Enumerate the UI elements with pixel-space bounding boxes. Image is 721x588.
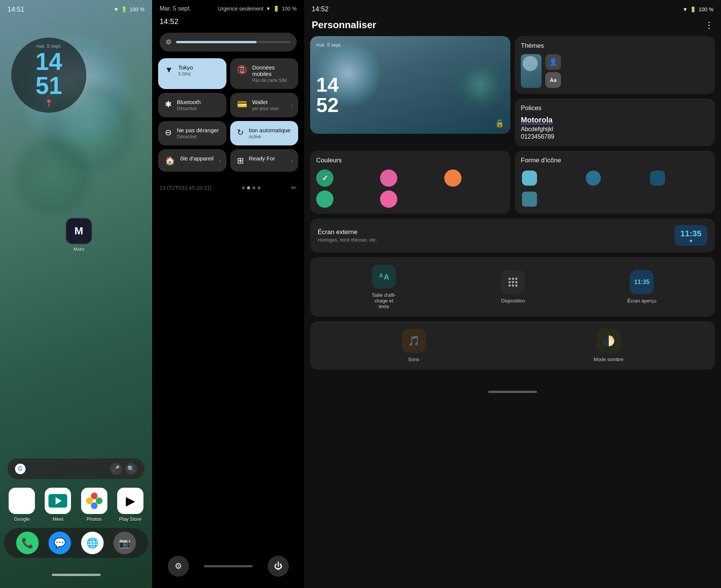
dock-row: 📞 💬 🌐 📷 (4, 528, 148, 558)
svg-point-9 (512, 284, 514, 287)
bluetooth-tile[interactable]: ✱ Bluetooth Désactivé (158, 93, 226, 117)
themes-aa-icon[interactable]: Aa (545, 72, 561, 88)
ready-tile-text: Ready For (249, 155, 275, 162)
pers-battery-icon: 🔋 (690, 6, 696, 12)
dnd-tile-text: Ne pas déranger Désactivé (177, 127, 219, 139)
couleurs-card[interactable]: Couleurs (310, 151, 510, 214)
ready-for-tile[interactable]: ⊞ Ready For › (230, 149, 299, 172)
playstore-triangle-icon: ▶ (126, 494, 134, 508)
qs-power-button[interactable]: ⏻ (268, 556, 289, 577)
lens-icon[interactable]: 🔍 (125, 463, 137, 475)
swatch-hot-pink[interactable] (380, 190, 397, 208)
qs-settings-button[interactable]: ⚙ (168, 556, 189, 577)
forme-square-light[interactable] (521, 190, 538, 208)
sons-tool[interactable]: 🎵 Sons (402, 329, 426, 362)
forme-circle[interactable] (585, 169, 602, 187)
google-search-icon[interactable]: G (15, 464, 26, 474)
forme-squircle-dark[interactable] (649, 169, 666, 187)
forme-squircle-selected[interactable] (521, 169, 538, 187)
photos-app[interactable]: Photos (81, 488, 107, 522)
meet-icon-inner (48, 494, 67, 508)
disposition-svg-icon (506, 275, 520, 289)
mic-icon[interactable]: 🎤 (110, 463, 122, 475)
preview-hour: 14 (316, 74, 339, 95)
rotation-tile[interactable]: ↻ tion automatique Activé (230, 121, 299, 145)
ecran-externe-clock: 11:35 (674, 225, 707, 246)
wifi-tile[interactable]: ▼ Tokyo 5 GHz (158, 58, 226, 89)
svg-point-7 (515, 281, 517, 283)
moto-app-label: Moto (74, 246, 84, 252)
wifi-freq: 5 GHz (178, 71, 193, 77)
qs-footer: 13 (T2TV33.45-10-21) ✏ (152, 178, 304, 197)
polices-card[interactable]: Polices Motorola Abcdefghijkl 0123456789 (515, 98, 715, 146)
preview-time: 14 52 (316, 74, 339, 115)
bluetooth-icon: ✱ (165, 100, 172, 109)
camera-dock-icon[interactable]: 📷 (113, 532, 136, 554)
wallet-title: Wallet (252, 99, 279, 105)
chrome-dock-icon[interactable]: 🌐 (81, 532, 104, 554)
rotation-sub: Activé (249, 134, 291, 139)
google-app-icon[interactable] (9, 488, 35, 514)
pers-header: Personnaliser ⋮ (304, 15, 721, 36)
home-search-bar[interactable]: G 🎤 🔍 (8, 458, 145, 479)
pers-menu-button[interactable]: ⋮ (704, 20, 713, 30)
qs-status-bar: Mar. 5 sept. Urgence seulement ▼ 🔋 100 % (152, 0, 304, 14)
quicksettings-panel: Mar. 5 sept. Urgence seulement ▼ 🔋 100 %… (152, 0, 304, 588)
meet-app-icon[interactable] (45, 488, 71, 514)
themes-person-icon[interactable]: 👤 (545, 54, 561, 70)
google-app[interactable]: Google (9, 488, 35, 522)
ecran-apercu-tool[interactable]: 11:35 Écran aperçu (627, 270, 656, 304)
device-control-tile[interactable]: 🏠 ôle d'appareil › (158, 149, 226, 172)
meet-play-icon (56, 497, 62, 505)
taille-label: Taille d'affi-chage et texte (369, 292, 399, 309)
disposition-tool[interactable]: Disposition (501, 270, 525, 304)
ecran-externe-time: 11:35 (680, 229, 701, 239)
forme-icone-card[interactable]: Forme d'icône (515, 151, 715, 214)
qs-nav-pill (204, 565, 253, 567)
swatch-teal-selected[interactable] (316, 169, 333, 187)
swatch-green[interactable] (316, 190, 333, 208)
moto-app-icon[interactable]: M (66, 218, 92, 244)
dnd-tile[interactable]: ⊖ Ne pas déranger Désactivé (158, 121, 226, 145)
wallpaper-preview-card[interactable]: mar. 5 sept. 14 52 🔒 (310, 36, 510, 134)
home-nav-pill (52, 574, 101, 576)
home-status-bar: 14:51 ▼ 🔋 100 % (0, 0, 152, 19)
playstore-app-icon[interactable]: ▶ (117, 488, 143, 514)
mobile-title: Données mobiles (252, 64, 292, 77)
taille-tool[interactable]: A A Taille d'affi-chage et texte (369, 265, 399, 309)
polices-numbers: 0123456789 (521, 133, 709, 140)
swatch-orange[interactable] (444, 169, 462, 187)
pers-status-right: ▼ 🔋 100 % (682, 6, 713, 12)
qs-status-right: Urgence seulement ▼ 🔋 100 % (218, 6, 297, 12)
qs-page-dots (242, 186, 261, 189)
svg-point-8 (508, 284, 511, 287)
qs-brightness-slider[interactable]: ⚙ (160, 33, 297, 51)
meet-app-label: Meet (53, 516, 63, 522)
moto-app[interactable]: M Moto (66, 218, 92, 252)
photos-app-icon[interactable] (81, 488, 107, 514)
messages-dock-icon[interactable]: 💬 (48, 532, 71, 554)
swatch-pink[interactable] (380, 169, 397, 187)
widget-time: 14 51 (35, 50, 62, 98)
mobile-data-tile[interactable]: 📵 Données mobiles Pas de carte SIM (230, 58, 299, 89)
mode-sombre-tool[interactable]: 🌓 Mode sombre (594, 329, 623, 362)
rotation-title: tion automatique (249, 127, 291, 133)
themes-card[interactable]: Thèmes 👤 Aa (515, 36, 715, 94)
phone-dock-icon[interactable]: 📞 (16, 532, 39, 554)
qs-dot-1 (242, 186, 245, 189)
petal-blue (91, 502, 98, 509)
brightness-bar[interactable] (176, 41, 291, 43)
meet-app[interactable]: Meet (45, 488, 71, 522)
qs-edit-icon[interactable]: ✏ (291, 184, 297, 192)
themes-label: Thèmes (521, 42, 709, 50)
playstore-app[interactable]: ▶ Play Store (117, 488, 143, 522)
ecran-externe-card[interactable]: Écran externe Horloges, fond d'écran, et… (310, 218, 715, 252)
preview-orb-2 (454, 59, 507, 111)
qs-battery-icon: 🔋 (273, 6, 279, 12)
qs-wifi-status-icon: ▼ (265, 6, 271, 12)
signal-icon: ▼ (113, 6, 119, 12)
wallet-tile[interactable]: 💳 Wallet yer pour ouvr › (230, 93, 299, 117)
circle-shape (586, 171, 601, 186)
preview-date: mar. 5 sept. (316, 42, 342, 48)
photos-pinwheel-icon (86, 493, 103, 509)
